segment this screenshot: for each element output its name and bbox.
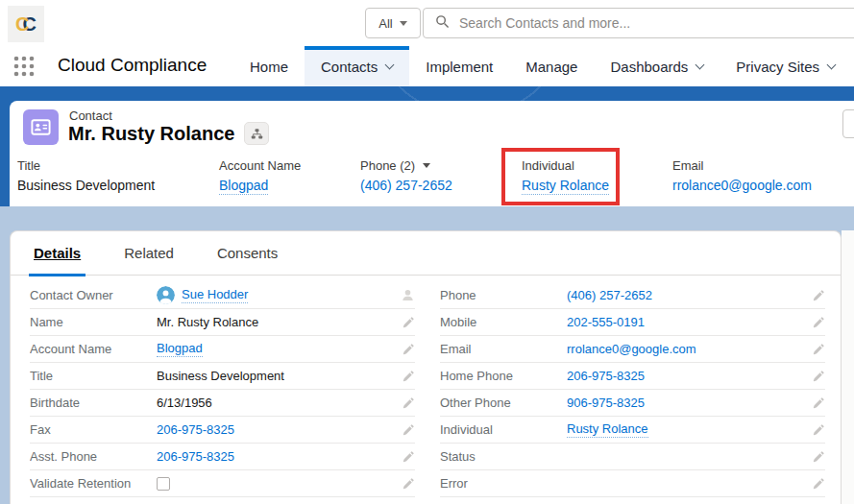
field-label: Other Phone	[440, 396, 567, 410]
edit-pencil-icon[interactable]	[812, 370, 825, 383]
highlight-value: Business Development	[17, 178, 155, 193]
vertical-scrollbar[interactable]	[842, 230, 854, 504]
highlight-field-phone-2: Phone (2)(406) 257-2652	[360, 158, 452, 193]
field-label: Asst. Phone	[30, 449, 157, 464]
field-value[interactable]: Sue Hodder	[157, 286, 401, 304]
edit-pencil-icon[interactable]	[402, 370, 415, 383]
caret-down-icon	[400, 21, 407, 26]
contact-entity-icon	[23, 109, 59, 145]
search-icon	[435, 14, 450, 33]
field-label: Fax	[30, 422, 157, 437]
change-owner-icon[interactable]	[401, 288, 415, 302]
search-input[interactable]	[459, 15, 854, 31]
edit-pencil-icon[interactable]	[812, 289, 825, 302]
checkbox-unchecked[interactable]	[157, 477, 170, 491]
highlight-label: Individual	[522, 158, 574, 173]
field-value[interactable]: 206-975-8325	[157, 449, 402, 464]
app-name: Cloud Compliance	[58, 55, 207, 76]
global-header: C C All	[0, 0, 854, 46]
phone-dropdown-icon[interactable]	[423, 163, 430, 168]
edit-pencil-icon[interactable]	[812, 316, 825, 329]
edit-pencil-icon[interactable]	[402, 423, 415, 437]
field-value[interactable]: rrolance0@google.com	[567, 342, 812, 356]
company-logo: C C	[8, 6, 44, 42]
tab-consents[interactable]: Consents	[217, 231, 278, 276]
field-row-title: TitleBusiness Development	[30, 363, 415, 390]
nav-item-label: Implement	[426, 59, 493, 75]
logo-letter-1: C	[15, 13, 29, 36]
edit-pencil-icon[interactable]	[812, 423, 825, 437]
search-scope-label: All	[378, 16, 392, 31]
chevron-down-icon	[695, 60, 705, 69]
edit-pencil-icon[interactable]	[402, 450, 415, 464]
field-label: Mobile	[440, 315, 567, 329]
field-label: Title	[30, 369, 157, 383]
highlight-field-account-name: Account NameBlogpad	[219, 158, 301, 193]
edit-pencil-icon[interactable]	[812, 450, 825, 464]
nav-item-contacts[interactable]: Contacts	[305, 46, 409, 86]
field-label: Birthdate	[30, 396, 157, 410]
field-value[interactable]: 202-555-0191	[567, 315, 812, 329]
nav-item-privacy-sites[interactable]: Privacy Sites	[720, 46, 851, 86]
edit-pencil-icon[interactable]	[402, 316, 415, 329]
edit-pencil-icon[interactable]	[812, 477, 825, 491]
highlight-field-title: TitleBusiness Development	[17, 158, 155, 193]
field-value[interactable]: (406) 257-2652	[567, 288, 812, 302]
field-value[interactable]: Blogpad	[157, 341, 402, 357]
nav-item-dashboards[interactable]: Dashboards	[594, 46, 720, 86]
highlight-label: Phone (2)	[360, 158, 415, 173]
nav-item-manage[interactable]: Manage	[509, 46, 594, 86]
highlight-value[interactable]: (406) 257-2652	[360, 178, 452, 193]
view-hierarchy-button[interactable]	[244, 122, 269, 145]
field-label: Status	[440, 449, 567, 464]
tab-related[interactable]: Related	[124, 231, 174, 276]
record-tabs: DetailsRelatedConsents	[11, 231, 841, 276]
highlight-value[interactable]: rrolance0@google.com	[672, 178, 812, 193]
app-launcher-icon[interactable]	[13, 56, 35, 77]
edit-pencil-icon[interactable]	[812, 343, 825, 356]
field-value	[157, 477, 402, 491]
field-row-name: NameMr. Rusty Rolance	[30, 309, 415, 336]
highlight-value[interactable]: Rusty Rolance	[522, 178, 609, 193]
nav-item-home[interactable]: Home	[233, 46, 305, 86]
field-row-birthdate: Birthdate6/13/1956	[30, 390, 415, 417]
record-action-button[interactable]	[842, 109, 854, 138]
field-value[interactable]: 906-975-8325	[567, 396, 812, 410]
field-value[interactable]: 206-975-8325	[157, 422, 402, 437]
field-row-account-name: Account NameBlogpad	[30, 336, 415, 363]
highlight-value[interactable]: Blogpad	[219, 178, 301, 193]
field-row-asst-phone: Asst. Phone206-975-8325	[30, 444, 415, 470]
field-row-status: Status	[440, 444, 825, 470]
search-scope-dropdown[interactable]: All	[365, 8, 421, 38]
field-value[interactable]: 206-975-8325	[567, 369, 812, 383]
app-window: C C All Cloud Compliance HomeContacts	[0, 0, 854, 504]
field-label: Email	[440, 342, 567, 356]
nav-item-label: Dashboards	[610, 59, 688, 75]
highlights-panel: TitleBusiness DevelopmentAccount NameBlo…	[10, 154, 854, 206]
field-row-contact-owner: Contact OwnerSue Hodder	[30, 282, 415, 309]
highlight-label: Email	[672, 158, 704, 173]
field-label: Error	[440, 476, 567, 491]
edit-pencil-icon[interactable]	[402, 343, 415, 356]
edit-pencil-icon[interactable]	[402, 396, 415, 410]
global-search[interactable]	[423, 8, 854, 38]
field-row-individual: IndividualRusty Rolance	[440, 417, 825, 444]
field-label: Phone	[440, 288, 567, 302]
nav-item-label: Home	[250, 59, 288, 75]
record-title: Mr. Rusty Rolance	[68, 123, 234, 145]
field-label: Contact Owner	[30, 288, 157, 302]
field-label: Home Phone	[440, 369, 567, 383]
field-row-error: Error	[440, 470, 825, 497]
nav-item-implement[interactable]: Implement	[409, 46, 509, 86]
highlight-field-email: Emailrrolance0@google.com	[672, 158, 812, 193]
detail-column-right: Phone(406) 257-2652Mobile202-555-0191Ema…	[440, 282, 825, 497]
tab-details[interactable]: Details	[34, 231, 81, 276]
detail-column-left: Contact OwnerSue HodderNameMr. Rusty Rol…	[30, 282, 415, 497]
edit-pencil-icon[interactable]	[812, 396, 825, 410]
field-label: Validate Retention	[30, 476, 157, 491]
edit-pencil-icon[interactable]	[402, 477, 415, 491]
field-row-other-phone: Other Phone906-975-8325	[440, 390, 825, 417]
field-value: Business Development	[157, 369, 402, 383]
field-value[interactable]: Rusty Rolance	[567, 421, 812, 438]
nav-item-label: Privacy Sites	[736, 59, 819, 75]
